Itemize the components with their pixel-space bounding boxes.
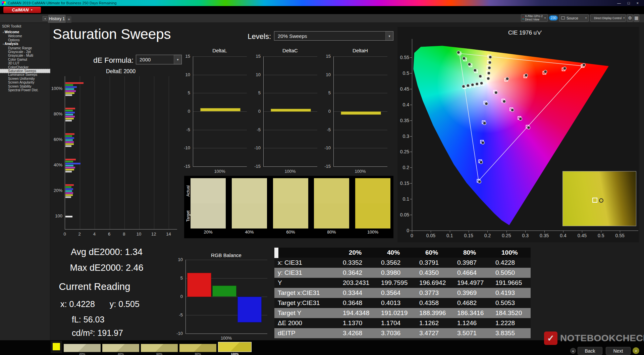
patch-80[interactable]	[179, 344, 216, 352]
delta-chart-deltah	[333, 56, 387, 167]
tick-label: 14	[163, 232, 173, 237]
sidebar-item-colorchecker[interactable]: ColorChecker	[0, 65, 50, 69]
source-select-button[interactable]: Source ▾	[559, 14, 589, 22]
back-button[interactable]: Back	[578, 347, 602, 355]
delta-bar	[341, 111, 381, 115]
minimize-icon[interactable]: —	[617, 1, 621, 5]
cie-x-tick-label: 0	[405, 233, 419, 238]
patch-level-label: 80%	[179, 352, 216, 355]
sidebar-item-screen-uniformity[interactable]: Screen Uniformity	[0, 77, 50, 81]
table-cell: 1.1246	[454, 318, 493, 328]
chevron-down-icon: ▾	[385, 32, 393, 40]
measured-marker	[582, 63, 585, 66]
back-chevrons-icon[interactable]: «	[570, 348, 576, 354]
levels-dropdown[interactable]: 20% Sweeps ▾	[274, 31, 393, 41]
sidebar-item-screen-stability[interactable]: Screen Stability	[0, 85, 50, 88]
cie-y-tick-label: 0.45	[395, 86, 409, 92]
table-cell: 0.3564	[378, 288, 417, 298]
tick-label: 15	[249, 54, 261, 59]
add-tab-button[interactable]: +	[66, 16, 71, 23]
chart-title: DeltaC	[257, 48, 324, 53]
sidebar-item-dynamic-range[interactable]: Dynamic Range	[0, 46, 50, 50]
sidebar-item-3d-lut[interactable]: 3D LUT	[0, 61, 50, 65]
close-icon[interactable]: ×	[637, 1, 639, 5]
sidebar-section-welcome[interactable]: Welcome	[0, 30, 50, 34]
table-cell: 0.4350	[417, 268, 454, 278]
tick-label: 10	[249, 72, 261, 77]
sidebar-item-grayscale-2pt[interactable]: Grayscale - 2pt	[0, 50, 50, 54]
sidebar-item-saturation-sweeps[interactable]: Saturation Sweeps	[0, 69, 50, 73]
table-cell: 0.4228	[493, 258, 531, 268]
calman-window: CalMAN 2019 CalMAN Ultimate for Business…	[0, 0, 644, 355]
table-row: Target Y194.4348191.0219188.3996186.3416…	[274, 308, 531, 318]
patch-60[interactable]	[141, 344, 178, 352]
swatch-level-label: 100%	[355, 230, 390, 235]
swatch-level-label: 80%	[314, 230, 349, 235]
patch-100[interactable]	[218, 342, 252, 352]
gridline	[95, 76, 95, 229]
next-chevrons-icon[interactable]: »	[633, 347, 639, 354]
actual-swatch-20	[191, 178, 226, 203]
deltae-bar	[65, 88, 74, 90]
tab-history-1[interactable]: History 1	[48, 15, 66, 23]
measured-marker	[476, 83, 479, 86]
sidebar-item-spectral-power-dist[interactable]: Spectral Power Dist.	[0, 88, 50, 92]
chevron-down-icon: ▾	[585, 16, 587, 19]
patch-40[interactable]	[102, 344, 139, 352]
patch-20[interactable]	[64, 344, 101, 352]
measured-marker	[463, 57, 466, 60]
measured-marker	[488, 66, 491, 69]
deltae-bar	[65, 86, 77, 88]
gridline	[124, 76, 125, 229]
sidebar-item-color-gamut[interactable]: Color Gamut	[0, 58, 50, 61]
notebookcheck-watermark: ✓ NOTEBOOKCHECK	[544, 332, 644, 345]
table-cell: 186.3416	[454, 308, 493, 318]
de-formula-dropdown[interactable]: 2000 ▾	[136, 55, 182, 64]
deltae-bar	[65, 84, 73, 86]
layout-icon[interactable]: ▦	[634, 14, 639, 22]
deltae-bar	[65, 145, 71, 147]
table-row: Target x:CIE310.33440.35640.37730.39690.…	[274, 288, 531, 298]
page-title: Saturation Sweeps	[53, 26, 171, 42]
sidebar-item-welcome[interactable]: Welcome	[0, 34, 50, 38]
sidebar-item-luminance-sweeps[interactable]: Luminance Sweeps	[0, 73, 50, 77]
table-cell: 184.3520	[493, 308, 531, 318]
gridline	[264, 75, 317, 75]
title-bar: CalMAN 2019 CalMAN Ultimate for Business…	[0, 0, 644, 6]
current-cdm2: cd/m²: 191.97	[72, 328, 123, 338]
next-button[interactable]: Next	[606, 347, 631, 355]
maximize-icon[interactable]: □	[628, 1, 630, 5]
cie-y-tick-label: 0.15	[395, 181, 409, 186]
workflow-tree: WelcomeWelcomeOptionsAnalysisDynamic Ran…	[0, 30, 50, 92]
cie-plot	[412, 39, 638, 231]
tick-label: 5	[178, 90, 190, 95]
gear-icon[interactable]: ⚙	[627, 14, 633, 22]
column-header-20: 20%	[340, 248, 378, 258]
sidebar-collapse-button[interactable]: ◂	[43, 16, 47, 21]
display-control-button[interactable]: Direct Display Control ▾	[590, 14, 626, 22]
tick-mark	[410, 136, 412, 137]
sidebar-item-screen-angularity[interactable]: Screen Angularity	[0, 81, 50, 84]
delta-chart-deltal	[193, 56, 247, 167]
actual-row-label: Actual	[186, 181, 191, 201]
gridline	[193, 111, 247, 112]
calman-menu-button[interactable]: CalMAN ▾	[3, 7, 41, 13]
chart-title: DeltaH	[327, 48, 394, 53]
source-icon	[561, 16, 565, 19]
reading-count-badge[interactable]: 230	[549, 15, 558, 20]
cie-x-tick-label: 0.2	[480, 233, 495, 238]
current-xy: x: 0.4228 y: 0.505	[60, 299, 140, 309]
deltae-bar	[65, 139, 73, 141]
tick-mark	[620, 231, 620, 233]
cie-x-tick-label: 0.3	[518, 233, 533, 238]
column-header-100: 100%	[493, 248, 531, 258]
meter-select-button[interactable]: X-Rite i1Pro 2 Direct View ▾	[521, 14, 548, 22]
deltae-bar	[65, 163, 80, 164]
tick-label: 2	[74, 232, 85, 237]
row-label: y: CIE31	[274, 268, 340, 278]
tick-mark	[410, 152, 412, 152]
sidebar-item-grayscale-multi[interactable]: Grayscale - Multi	[0, 54, 50, 57]
display-control-label: Direct Display Control	[594, 16, 622, 20]
sidebar-section-analysis[interactable]: Analysis	[0, 42, 50, 46]
sidebar-item-options[interactable]: Options	[0, 38, 50, 42]
